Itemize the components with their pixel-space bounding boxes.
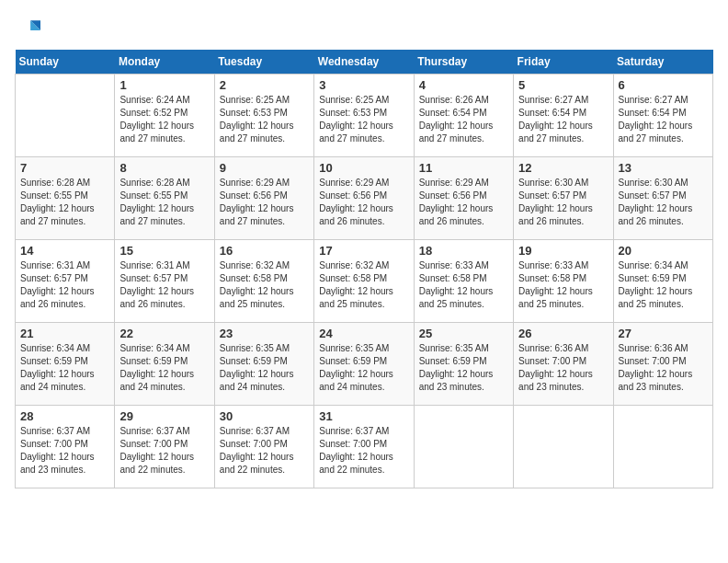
calendar-cell: 10Sunrise: 6:29 AM Sunset: 6:56 PM Dayli… — [314, 157, 414, 240]
day-number: 13 — [619, 161, 708, 175]
calendar-cell: 3Sunrise: 6:25 AM Sunset: 6:53 PM Daylig… — [314, 75, 414, 157]
day-info: Sunrise: 6:28 AM Sunset: 6:55 PM Dayligh… — [119, 177, 209, 228]
day-number: 8 — [119, 161, 209, 175]
page-header — [15, 15, 713, 40]
day-info: Sunrise: 6:33 AM Sunset: 6:58 PM Dayligh… — [518, 259, 608, 311]
day-info: Sunrise: 6:32 AM Sunset: 6:58 PM Dayligh… — [319, 259, 408, 311]
day-number: 22 — [119, 327, 209, 340]
calendar-cell: 12Sunrise: 6:30 AM Sunset: 6:57 PM Dayli… — [514, 157, 613, 240]
logo — [15, 15, 44, 40]
calendar-cell: 29Sunrise: 6:37 AM Sunset: 7:00 PM Dayli… — [115, 406, 214, 488]
day-info: Sunrise: 6:35 AM Sunset: 6:59 PM Dayligh… — [419, 342, 508, 394]
day-info: Sunrise: 6:25 AM Sunset: 6:53 PM Dayligh… — [319, 94, 408, 145]
calendar-cell: 18Sunrise: 6:33 AM Sunset: 6:58 PM Dayli… — [414, 240, 513, 323]
calendar-cell: 22Sunrise: 6:34 AM Sunset: 6:59 PM Dayli… — [115, 323, 214, 406]
day-info: Sunrise: 6:37 AM Sunset: 7:00 PM Dayligh… — [319, 425, 408, 477]
day-info: Sunrise: 6:26 AM Sunset: 6:54 PM Dayligh… — [419, 94, 508, 145]
calendar-week-row: 7Sunrise: 6:28 AM Sunset: 6:55 PM Daylig… — [16, 157, 713, 240]
calendar-cell: 26Sunrise: 6:36 AM Sunset: 7:00 PM Dayli… — [514, 323, 613, 406]
column-header-friday: Friday — [514, 50, 613, 75]
calendar-cell: 6Sunrise: 6:27 AM Sunset: 6:54 PM Daylig… — [613, 75, 712, 157]
calendar-header-row: SundayMondayTuesdayWednesdayThursdayFrid… — [16, 50, 713, 75]
calendar-cell: 4Sunrise: 6:26 AM Sunset: 6:54 PM Daylig… — [414, 75, 513, 157]
column-header-saturday: Saturday — [613, 50, 712, 75]
calendar-cell: 30Sunrise: 6:37 AM Sunset: 7:00 PM Dayli… — [214, 406, 313, 488]
day-number: 4 — [419, 78, 508, 92]
day-info: Sunrise: 6:34 AM Sunset: 6:59 PM Dayligh… — [119, 342, 209, 394]
calendar-week-row: 28Sunrise: 6:37 AM Sunset: 7:00 PM Dayli… — [16, 406, 713, 488]
day-number: 19 — [518, 244, 608, 258]
calendar-cell — [16, 75, 115, 157]
calendar-cell: 23Sunrise: 6:35 AM Sunset: 6:59 PM Dayli… — [214, 323, 313, 406]
calendar-cell: 9Sunrise: 6:29 AM Sunset: 6:56 PM Daylig… — [214, 157, 313, 240]
day-info: Sunrise: 6:33 AM Sunset: 6:58 PM Dayligh… — [419, 259, 508, 311]
day-number: 17 — [319, 244, 408, 258]
calendar-cell: 27Sunrise: 6:36 AM Sunset: 7:00 PM Dayli… — [613, 323, 712, 406]
day-info: Sunrise: 6:24 AM Sunset: 6:52 PM Dayligh… — [119, 94, 209, 145]
calendar-cell: 21Sunrise: 6:34 AM Sunset: 6:59 PM Dayli… — [16, 323, 115, 406]
day-info: Sunrise: 6:29 AM Sunset: 6:56 PM Dayligh… — [220, 177, 309, 228]
calendar-cell: 17Sunrise: 6:32 AM Sunset: 6:58 PM Dayli… — [314, 240, 414, 323]
day-info: Sunrise: 6:37 AM Sunset: 7:00 PM Dayligh… — [119, 425, 209, 477]
day-number: 14 — [20, 244, 109, 258]
calendar-week-row: 21Sunrise: 6:34 AM Sunset: 6:59 PM Dayli… — [16, 323, 713, 406]
day-number: 29 — [119, 409, 209, 423]
calendar-cell: 15Sunrise: 6:31 AM Sunset: 6:57 PM Dayli… — [115, 240, 214, 323]
day-info: Sunrise: 6:30 AM Sunset: 6:57 PM Dayligh… — [518, 177, 608, 228]
calendar-cell: 16Sunrise: 6:32 AM Sunset: 6:58 PM Dayli… — [214, 240, 313, 323]
day-number: 23 — [220, 327, 309, 340]
day-number: 11 — [419, 161, 508, 175]
day-info: Sunrise: 6:31 AM Sunset: 6:57 PM Dayligh… — [20, 259, 109, 311]
calendar-cell: 31Sunrise: 6:37 AM Sunset: 7:00 PM Dayli… — [314, 406, 414, 488]
day-number: 27 — [619, 327, 708, 340]
calendar-cell: 25Sunrise: 6:35 AM Sunset: 6:59 PM Dayli… — [414, 323, 513, 406]
day-number: 1 — [119, 78, 209, 92]
day-info: Sunrise: 6:28 AM Sunset: 6:55 PM Dayligh… — [20, 177, 109, 228]
calendar-week-row: 14Sunrise: 6:31 AM Sunset: 6:57 PM Dayli… — [16, 240, 713, 323]
day-number: 15 — [119, 244, 209, 258]
day-info: Sunrise: 6:31 AM Sunset: 6:57 PM Dayligh… — [119, 259, 209, 311]
day-info: Sunrise: 6:37 AM Sunset: 7:00 PM Dayligh… — [20, 425, 109, 477]
day-info: Sunrise: 6:25 AM Sunset: 6:53 PM Dayligh… — [220, 94, 309, 145]
day-number: 2 — [220, 78, 309, 92]
day-info: Sunrise: 6:32 AM Sunset: 6:58 PM Dayligh… — [220, 259, 309, 311]
day-info: Sunrise: 6:35 AM Sunset: 6:59 PM Dayligh… — [220, 342, 309, 394]
calendar-week-row: 1Sunrise: 6:24 AM Sunset: 6:52 PM Daylig… — [16, 75, 713, 157]
column-header-sunday: Sunday — [16, 50, 115, 75]
day-number: 24 — [319, 327, 408, 340]
column-header-thursday: Thursday — [414, 50, 513, 75]
day-info: Sunrise: 6:34 AM Sunset: 6:59 PM Dayligh… — [619, 259, 708, 311]
column-header-monday: Monday — [115, 50, 214, 75]
day-info: Sunrise: 6:36 AM Sunset: 7:00 PM Dayligh… — [619, 342, 708, 394]
day-number: 9 — [220, 161, 309, 175]
calendar-cell: 2Sunrise: 6:25 AM Sunset: 6:53 PM Daylig… — [214, 75, 313, 157]
day-info: Sunrise: 6:29 AM Sunset: 6:56 PM Dayligh… — [319, 177, 408, 228]
day-number: 25 — [419, 327, 508, 340]
calendar-cell — [514, 406, 613, 488]
day-number: 6 — [619, 78, 708, 92]
day-info: Sunrise: 6:35 AM Sunset: 6:59 PM Dayligh… — [319, 342, 408, 394]
calendar-cell: 13Sunrise: 6:30 AM Sunset: 6:57 PM Dayli… — [613, 157, 712, 240]
calendar-cell: 19Sunrise: 6:33 AM Sunset: 6:58 PM Dayli… — [514, 240, 613, 323]
calendar-cell: 8Sunrise: 6:28 AM Sunset: 6:55 PM Daylig… — [115, 157, 214, 240]
calendar-cell — [414, 406, 513, 488]
day-info: Sunrise: 6:36 AM Sunset: 7:00 PM Dayligh… — [518, 342, 608, 394]
calendar-cell: 11Sunrise: 6:29 AM Sunset: 6:56 PM Dayli… — [414, 157, 513, 240]
day-number: 12 — [518, 161, 608, 175]
day-number: 10 — [319, 161, 408, 175]
calendar-table: SundayMondayTuesdayWednesdayThursdayFrid… — [15, 50, 713, 488]
calendar-cell: 5Sunrise: 6:27 AM Sunset: 6:54 PM Daylig… — [514, 75, 613, 157]
day-info: Sunrise: 6:29 AM Sunset: 6:56 PM Dayligh… — [419, 177, 508, 228]
day-number: 16 — [220, 244, 309, 258]
day-info: Sunrise: 6:34 AM Sunset: 6:59 PM Dayligh… — [20, 342, 109, 394]
logo-icon — [15, 15, 40, 40]
day-number: 28 — [20, 409, 109, 423]
day-number: 21 — [20, 327, 109, 340]
day-number: 30 — [220, 409, 309, 423]
calendar-cell: 7Sunrise: 6:28 AM Sunset: 6:55 PM Daylig… — [16, 157, 115, 240]
day-number: 18 — [419, 244, 508, 258]
calendar-cell: 28Sunrise: 6:37 AM Sunset: 7:00 PM Dayli… — [16, 406, 115, 488]
column-header-wednesday: Wednesday — [314, 50, 414, 75]
day-info: Sunrise: 6:27 AM Sunset: 6:54 PM Dayligh… — [619, 94, 708, 145]
day-info: Sunrise: 6:30 AM Sunset: 6:57 PM Dayligh… — [619, 177, 708, 228]
